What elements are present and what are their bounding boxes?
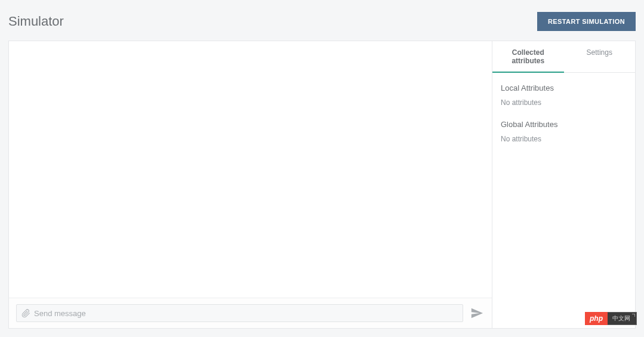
send-icon: [470, 307, 483, 320]
restart-simulation-button[interactable]: RESTART SIMULATION: [537, 12, 636, 31]
local-attributes-empty: No attributes: [501, 98, 627, 107]
global-attributes-section: Global Attributes No attributes: [501, 120, 627, 143]
message-input[interactable]: [34, 309, 458, 318]
local-attributes-heading: Local Attributes: [501, 84, 627, 92]
local-attributes-section: Local Attributes No attributes: [501, 84, 627, 107]
watermark-badge: php 中文网: [585, 312, 637, 325]
chat-panel: [9, 41, 492, 328]
main-panel: Collected attributes Settings Local Attr…: [8, 41, 636, 329]
attributes-content: Local Attributes No attributes Global At…: [492, 73, 635, 167]
global-attributes-empty: No attributes: [501, 135, 627, 143]
message-input-container: [16, 304, 463, 322]
watermark-cn: 中文网: [608, 312, 637, 325]
attachment-icon[interactable]: [21, 309, 30, 318]
message-input-row: [9, 298, 492, 328]
attributes-panel: Collected attributes Settings Local Attr…: [492, 41, 635, 328]
chat-messages-area: [9, 41, 492, 298]
tab-settings[interactable]: Settings: [564, 41, 636, 72]
global-attributes-heading: Global Attributes: [501, 120, 627, 129]
simulator-page: Simulator RESTART SIMULATION: [0, 0, 644, 337]
send-button[interactable]: [469, 305, 485, 321]
watermark-php: php: [585, 312, 608, 325]
tabs: Collected attributes Settings: [492, 41, 635, 73]
tab-collected-attributes[interactable]: Collected attributes: [492, 41, 564, 72]
page-title: Simulator: [8, 14, 64, 29]
header: Simulator RESTART SIMULATION: [8, 6, 636, 37]
